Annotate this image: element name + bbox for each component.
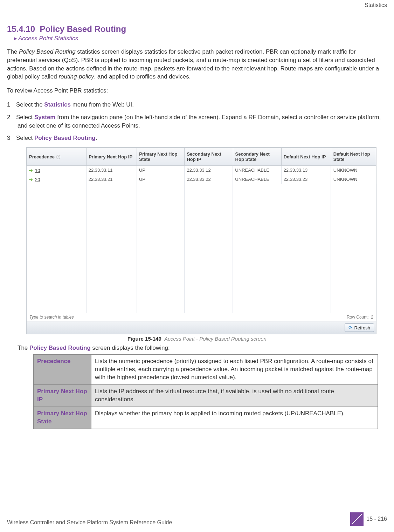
table-row[interactable]: ➔20 22.33.33.21 UP 22.33.33.22 UNREACHAB… xyxy=(27,175,376,184)
text: from the navigation pane (on the left-ha… xyxy=(18,114,381,129)
step-3: 3Select Policy Based Routing. xyxy=(7,134,387,142)
col-primary-ip[interactable]: Primary Next Hop IP xyxy=(87,148,137,166)
text: The xyxy=(18,345,29,351)
text: Select the xyxy=(16,101,44,108)
desc-row-precedence: Precedence Lists the numeric precedence … xyxy=(34,354,378,384)
cell-default-state: UNKNOWN xyxy=(331,166,376,175)
desc-row-primary-ip: Primary Next Hop IP Lists the IP address… xyxy=(34,384,378,407)
cell-primary-state: UP xyxy=(137,175,184,184)
cell-secondary-ip: 22.33.33.22 xyxy=(185,175,233,184)
desc-text: Displays whether the primary hop is appl… xyxy=(91,407,378,429)
page-number-wrap: 15 - 216 xyxy=(350,512,387,526)
menu-system: System xyxy=(34,114,55,121)
page-number: 15 - 216 xyxy=(366,516,387,522)
section-number: 15.4.10 xyxy=(7,24,35,34)
term-pbr: Policy Based Routing xyxy=(19,48,76,55)
row-count: Row Count: 2 xyxy=(347,315,373,320)
screen-name: Policy Based Routing xyxy=(29,345,91,351)
desc-row-primary-state: Primary Next Hop State Displays whether … xyxy=(34,407,378,429)
cell-primary-state: UP xyxy=(137,166,184,175)
text: , and applied to profiles and devices. xyxy=(94,73,191,80)
cell-primary-ip: 22.33.33.21 xyxy=(86,175,137,184)
table-row[interactable]: ➔10 22.33.33.11 UP 22.33.33.12 UNREACHAB… xyxy=(27,166,376,175)
step-number: 2 xyxy=(7,113,16,122)
col-secondary-state[interactable]: Secondary Next Hop State xyxy=(233,148,281,166)
text: . xyxy=(96,135,97,141)
arrow-icon: ➔ xyxy=(29,177,33,182)
arrow-icon: ➔ xyxy=(29,168,33,173)
sort-icon[interactable]: • xyxy=(56,155,60,159)
pbr-table-header: Precedence• Primary Next Hop IP Primary … xyxy=(27,148,376,166)
refresh-button[interactable]: ⟳ Refresh xyxy=(345,323,374,332)
page-footer: Wireless Controller and Service Platform… xyxy=(7,512,387,526)
col-secondary-ip[interactable]: Secondary Next Hop IP xyxy=(185,148,233,166)
steps-list: 1Select the Statistics menu from the Web… xyxy=(7,101,387,142)
desc-label: Primary Next Hop IP xyxy=(34,384,91,407)
precedence-link[interactable]: 10 xyxy=(35,168,40,173)
step-number: 3 xyxy=(7,134,16,142)
search-input[interactable] xyxy=(29,315,117,320)
row-count-label: Row Count: xyxy=(347,315,369,320)
section-name: Policy Based Routing xyxy=(40,24,126,34)
cell-secondary-state: UNREACHABLE xyxy=(233,166,281,175)
col-precedence[interactable]: Precedence• xyxy=(27,148,87,166)
slash-icon xyxy=(350,512,364,526)
step-2: 2Select System from the navigation pane … xyxy=(7,113,387,130)
guide-title: Wireless Controller and Service Platform… xyxy=(7,519,172,526)
breadcrumb[interactable]: Access Point Statistics xyxy=(14,35,387,42)
table-footer: Row Count: 2 xyxy=(27,313,376,321)
figure-desc: Access Point - Policy Based Routing scre… xyxy=(164,336,267,342)
term-routing-policy: routing-policy xyxy=(58,73,94,80)
cell-secondary-ip: 22.33.33.12 xyxy=(185,166,233,175)
precedence-link[interactable]: 20 xyxy=(35,177,40,182)
intro-paragraph-2: To review Access Point PBR statistics: xyxy=(7,87,387,95)
cell-primary-ip: 22.33.33.11 xyxy=(86,166,137,175)
text: Select xyxy=(16,135,34,141)
menu-statistics: Statistics xyxy=(44,101,71,108)
refresh-icon: ⟳ xyxy=(348,325,353,330)
screenshot-figure: Precedence• Primary Next Hop IP Primary … xyxy=(26,147,376,334)
col-label: Precedence xyxy=(29,154,55,159)
desc-text: Lists the IP address of the virtual reso… xyxy=(91,384,378,407)
pbr-table-body: ➔10 22.33.33.11 UP 22.33.33.12 UNREACHAB… xyxy=(27,166,376,184)
menu-pbr: Policy Based Routing xyxy=(34,135,96,141)
col-primary-state[interactable]: Primary Next Hop State xyxy=(137,148,185,166)
text: Select xyxy=(16,114,34,121)
section-title: 15.4.10 Policy Based Routing xyxy=(7,24,387,34)
desc-text: Lists the numeric precedence (priority) … xyxy=(91,354,378,384)
row-count-value: 2 xyxy=(371,315,373,320)
intro-paragraph-1: The Policy Based Routing statistics scre… xyxy=(7,48,387,81)
cell-default-ip: 22.33.33.13 xyxy=(281,166,331,175)
cell-default-state: UNKNOWN xyxy=(331,175,376,184)
desc-label: Primary Next Hop State xyxy=(34,407,91,429)
text: menu from the Web UI. xyxy=(71,101,134,108)
button-bar: ⟳ Refresh xyxy=(27,321,376,334)
cell-default-ip: 22.33.33.23 xyxy=(281,175,331,184)
step-1: 1Select the Statistics menu from the Web… xyxy=(7,101,387,109)
step-number: 1 xyxy=(7,101,16,109)
col-default-state[interactable]: Default Next Hop State xyxy=(331,148,376,166)
col-default-ip[interactable]: Default Next Hop IP xyxy=(281,148,331,166)
text: screen displays the following: xyxy=(91,345,170,351)
cell-secondary-state: UNREACHABLE xyxy=(233,175,281,184)
text: The xyxy=(7,48,19,55)
figure-caption: Figure 15-149 Access Point - Policy Base… xyxy=(7,336,387,342)
description-table: Precedence Lists the numeric precedence … xyxy=(33,354,378,429)
desc-label: Precedence xyxy=(34,354,91,384)
desc-intro: The Policy Based Routing screen displays… xyxy=(18,344,387,352)
figure-label: Figure 15-149 xyxy=(127,336,161,342)
chapter-header: Statistics xyxy=(7,0,387,10)
refresh-label: Refresh xyxy=(354,325,370,330)
